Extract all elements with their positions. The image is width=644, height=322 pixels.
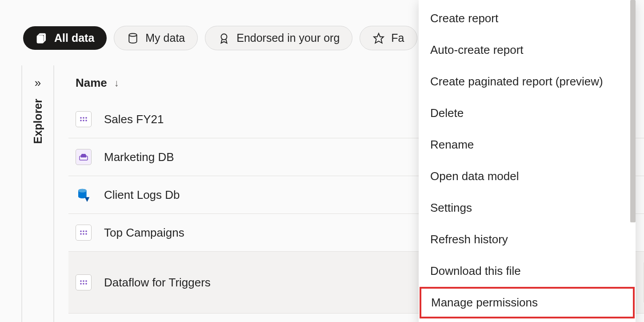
svg-point-19 [85, 230, 87, 232]
menu-item-auto-create-report[interactable]: Auto-create report [419, 34, 636, 66]
item-name: Client Logs Db [104, 188, 180, 202]
filter-favorites[interactable]: Fa [360, 26, 417, 50]
svg-point-23 [80, 280, 82, 282]
menu-item-delete[interactable]: Delete [419, 97, 636, 129]
menu-item-open-data-model[interactable]: Open data model [419, 161, 636, 192]
svg-point-4 [221, 34, 227, 40]
svg-point-27 [83, 283, 84, 285]
filter-endorsed[interactable]: Endorsed in your org [205, 26, 352, 50]
cylinder-icon [127, 32, 139, 44]
ribbon-icon [218, 32, 230, 44]
svg-point-7 [83, 117, 84, 119]
datamart-icon [76, 149, 92, 165]
svg-rect-13 [81, 156, 86, 157]
filter-my-data[interactable]: My data [114, 26, 198, 50]
svg-point-18 [83, 230, 84, 232]
database-icon [76, 187, 92, 203]
svg-marker-16 [85, 197, 90, 202]
svg-point-21 [83, 233, 84, 235]
item-name: Marketing DB [104, 150, 174, 164]
svg-point-8 [85, 117, 87, 119]
dataset-icon [76, 111, 92, 127]
svg-point-28 [85, 283, 87, 285]
menu-item-create-report[interactable]: Create report [419, 3, 636, 34]
svg-point-26 [80, 283, 82, 285]
menu-item-refresh-history[interactable]: Refresh history [419, 224, 636, 255]
svg-point-3 [129, 33, 137, 36]
stack-icon [36, 32, 48, 44]
expand-icon[interactable]: » [35, 76, 41, 90]
svg-point-24 [83, 280, 84, 282]
filter-label: My data [145, 32, 185, 44]
svg-point-11 [85, 120, 87, 121]
svg-point-10 [83, 120, 84, 121]
dataset-icon [76, 274, 92, 290]
star-icon [372, 32, 385, 44]
svg-point-22 [85, 233, 87, 235]
menu-item-settings[interactable]: Settings [419, 192, 636, 224]
column-header-name: Name [76, 76, 107, 90]
svg-rect-2 [37, 36, 44, 43]
svg-point-20 [80, 233, 82, 235]
context-menu: Create report Auto-create report Create … [419, 0, 636, 322]
svg-point-25 [85, 280, 87, 282]
explorer-label: Explorer [32, 99, 44, 144]
dataset-icon [76, 225, 92, 241]
svg-point-9 [80, 120, 82, 121]
menu-item-manage-permissions[interactable]: Manage permissions [420, 287, 635, 318]
svg-point-15 [78, 189, 87, 193]
filter-all-data[interactable]: All data [23, 26, 107, 50]
explorer-panel: » Explorer [22, 65, 54, 322]
svg-marker-5 [374, 33, 384, 43]
filter-label: Fa [391, 32, 404, 44]
menu-item-download-this-file[interactable]: Download this file [419, 255, 636, 287]
item-name: Sales FY21 [104, 113, 164, 126]
menu-item-rename[interactable]: Rename [419, 129, 636, 161]
filter-label: Endorsed in your org [236, 32, 340, 44]
svg-point-17 [80, 230, 82, 232]
sort-arrow-down-icon: ↓ [114, 77, 119, 89]
item-name: Dataflow for Triggers [104, 276, 211, 290]
filter-label: All data [54, 32, 94, 44]
scrollbar[interactable] [630, 0, 636, 222]
svg-point-6 [80, 117, 82, 119]
item-name: Top Campaigns [104, 226, 184, 240]
menu-item-create-paginated-report[interactable]: Create paginated report (preview) [419, 66, 636, 97]
